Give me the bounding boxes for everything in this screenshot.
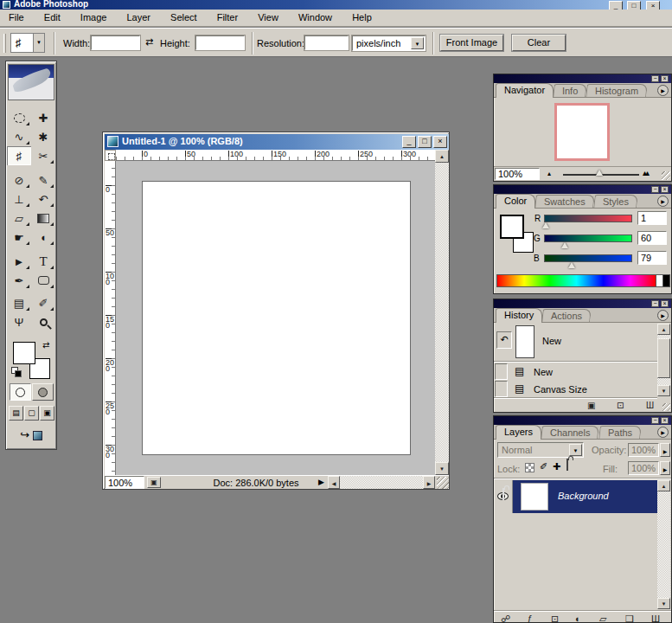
tool-preset-button[interactable]: ♯ ▼ xyxy=(10,33,45,53)
tab-navigator[interactable]: Navigator xyxy=(496,83,554,98)
marquee-tool-button[interactable] xyxy=(7,108,31,127)
window-resize-grip[interactable] xyxy=(437,477,449,489)
background-layer-row[interactable]: Background xyxy=(513,480,657,513)
resolution-input[interactable] xyxy=(304,35,349,50)
zoom-percentage-input[interactable] xyxy=(105,476,144,489)
blue-value-input[interactable] xyxy=(637,251,667,265)
tab-swatches[interactable]: Swatches xyxy=(535,195,595,208)
horizontal-scrollbar-track[interactable] xyxy=(340,476,423,489)
snapshot-thumbnail[interactable] xyxy=(515,325,534,358)
front-image-button[interactable]: Front Image xyxy=(440,35,503,51)
lock-transparency-icon[interactable] xyxy=(525,463,534,472)
palette-menu-icon[interactable]: ▶ xyxy=(657,427,669,438)
document-minimize-button[interactable]: _ xyxy=(402,136,416,148)
scroll-down-icon[interactable]: ▼ xyxy=(657,385,670,396)
hand-tool-button[interactable]: Ψ xyxy=(7,312,31,331)
spectrum-white-swatch[interactable] xyxy=(656,274,662,287)
shape-tool-button[interactable] xyxy=(31,271,55,290)
layers-palette-titlebar[interactable]: − × xyxy=(494,416,671,425)
palette-menu-icon[interactable]: ▶ xyxy=(657,85,669,96)
spectrum-black-swatch[interactable] xyxy=(662,274,670,287)
scroll-down-icon[interactable]: ▼ xyxy=(435,462,449,475)
dodge-tool-button[interactable]: ◖ xyxy=(31,228,55,247)
lasso-tool-button[interactable]: ∿ xyxy=(7,127,31,146)
menu-window[interactable]: Window xyxy=(290,10,341,27)
palette-menu-icon[interactable]: ▶ xyxy=(657,196,669,207)
foreground-color-swatch[interactable] xyxy=(13,342,35,364)
history-state-row[interactable]: ▤ Canvas Size xyxy=(494,381,657,398)
window-maximize-button[interactable]: □ xyxy=(627,1,641,10)
red-slider-thumb[interactable] xyxy=(542,222,549,228)
clear-button[interactable]: Clear xyxy=(512,35,566,51)
eraser-tool-button[interactable]: ▱ xyxy=(7,209,31,228)
menu-help[interactable]: Help xyxy=(343,10,381,27)
swap-colors-icon[interactable]: ⇄ xyxy=(42,340,49,350)
history-palette-titlebar[interactable]: − × xyxy=(494,299,671,308)
layer-style-icon[interactable]: ƒ xyxy=(527,613,532,623)
new-document-from-state-icon[interactable]: ▣ xyxy=(587,401,595,410)
color-spectrum-ramp[interactable] xyxy=(496,274,656,287)
standard-mode-button[interactable] xyxy=(10,383,31,401)
tab-actions[interactable]: Actions xyxy=(541,309,592,322)
palette-resize-grip[interactable] xyxy=(662,403,670,411)
quick-mask-mode-button[interactable] xyxy=(32,383,54,401)
menu-image[interactable]: Image xyxy=(72,10,116,27)
palette-menu-icon[interactable]: ▶ xyxy=(657,310,669,321)
scroll-up-icon[interactable]: ▲ xyxy=(435,150,449,163)
history-state-row[interactable]: ▤ New xyxy=(494,363,657,381)
history-brush-tool-button[interactable]: ↶ xyxy=(31,189,55,209)
healing-brush-tool-button[interactable]: ⊘ xyxy=(7,170,31,189)
standard-screen-mode-button[interactable]: ▤ xyxy=(9,406,23,421)
gradient-tool-button[interactable] xyxy=(31,209,55,228)
fullscreen-with-menu-button[interactable]: ▢ xyxy=(24,406,39,421)
fill-value[interactable]: 100% xyxy=(628,461,659,475)
status-page-icon[interactable]: ▣ xyxy=(147,477,161,488)
green-value-input[interactable] xyxy=(637,231,667,245)
tab-channels[interactable]: Channels xyxy=(541,426,599,439)
navigator-proxy-preview[interactable] xyxy=(554,103,610,161)
red-slider-track[interactable] xyxy=(544,215,632,222)
palette-minimize-icon[interactable]: − xyxy=(651,300,659,307)
opacity-value[interactable]: 100% xyxy=(628,443,659,457)
blue-slider-thumb[interactable] xyxy=(568,262,575,268)
menu-filter[interactable]: Filter xyxy=(208,10,246,27)
navigator-palette-titlebar[interactable]: − × xyxy=(494,74,671,83)
tab-layers[interactable]: Layers xyxy=(496,425,541,440)
color-foreground-swatch[interactable] xyxy=(501,215,523,238)
palette-resize-grip[interactable] xyxy=(662,171,670,180)
palette-close-icon[interactable]: × xyxy=(661,300,669,307)
new-layer-set-icon[interactable]: ▱ xyxy=(599,613,606,623)
window-close-button[interactable]: × xyxy=(646,1,660,10)
brush-tool-button[interactable]: ✎ xyxy=(31,170,55,189)
crop-tool-button[interactable]: ♯ xyxy=(7,146,31,165)
eyedropper-tool-button[interactable]: ✐ xyxy=(31,293,55,312)
menu-edit[interactable]: Edit xyxy=(35,10,69,27)
tool-preset-dropdown-arrow-icon[interactable]: ▼ xyxy=(33,34,44,52)
resolution-unit-dropdown[interactable]: pixels/inch ▼ xyxy=(352,35,426,51)
color-palette-titlebar[interactable]: − × xyxy=(494,185,671,194)
document-close-button[interactable]: × xyxy=(433,136,447,148)
document-titlebar[interactable]: Untitled-1 @ 100% (RGB/8) _ □ × xyxy=(105,134,449,150)
tab-color[interactable]: Color xyxy=(496,194,535,209)
toolbox-logo[interactable] xyxy=(8,64,54,100)
palette-close-icon[interactable]: × xyxy=(661,186,669,193)
clone-stamp-tool-button[interactable]: ⊥ xyxy=(7,189,31,209)
ruler-origin-corner[interactable] xyxy=(105,150,116,161)
history-scrollbar-thumb[interactable] xyxy=(657,338,670,378)
menu-layer[interactable]: Layer xyxy=(118,10,159,27)
green-slider-track[interactable] xyxy=(544,234,632,242)
smudge-tool-button[interactable]: ☛ xyxy=(7,228,31,247)
tab-history[interactable]: History xyxy=(496,308,542,323)
scroll-left-icon[interactable]: ◀ xyxy=(328,476,340,489)
vertical-scrollbar-track[interactable] xyxy=(435,163,449,462)
options-bar-grip[interactable] xyxy=(3,34,6,53)
navigator-zoom-in-icon[interactable]: ▴▴ xyxy=(643,168,648,177)
scroll-up-icon[interactable]: ▲ xyxy=(657,324,670,335)
green-slider-thumb[interactable] xyxy=(561,242,568,248)
history-source-well[interactable]: ↶ xyxy=(496,331,512,349)
opacity-arrow-icon[interactable]: ▶ xyxy=(660,443,670,457)
window-titlebar[interactable]: Adobe Photoshop _ □ × xyxy=(0,0,672,10)
tab-styles[interactable]: Styles xyxy=(593,195,638,208)
new-snapshot-icon[interactable]: ⊡ xyxy=(617,401,624,410)
menu-select[interactable]: Select xyxy=(162,10,206,27)
